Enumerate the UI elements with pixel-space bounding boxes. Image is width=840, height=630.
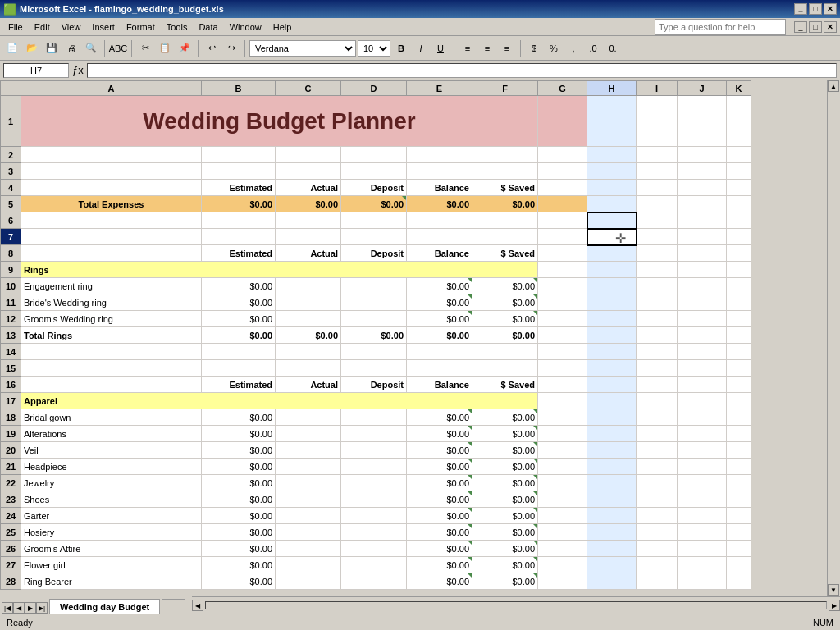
help-search-input[interactable] bbox=[655, 19, 786, 35]
cell-A9-rings[interactable]: Rings bbox=[21, 262, 538, 278]
cell-F14[interactable] bbox=[472, 344, 538, 360]
cell-F19[interactable]: $0.00 bbox=[472, 426, 538, 442]
cell-J10[interactable] bbox=[678, 278, 727, 294]
formula-input[interactable] bbox=[87, 63, 837, 78]
col-header-G[interactable]: G bbox=[538, 81, 587, 96]
cell-I6[interactable] bbox=[637, 212, 678, 229]
cell-G17[interactable] bbox=[538, 393, 587, 409]
row-header-8[interactable]: 8 bbox=[1, 245, 21, 262]
cell-K19[interactable] bbox=[727, 426, 751, 442]
cell-C12[interactable] bbox=[276, 311, 341, 327]
cell-B8[interactable]: Estimated bbox=[202, 245, 276, 262]
cell-I27[interactable] bbox=[637, 557, 678, 573]
cell-H9[interactable] bbox=[587, 262, 637, 278]
cell-I7[interactable] bbox=[637, 229, 678, 245]
cell-A12[interactable]: Groom's Wedding ring bbox=[21, 311, 202, 327]
cell-G24[interactable] bbox=[538, 508, 587, 524]
cell-E16[interactable]: Balance bbox=[407, 377, 472, 393]
cell-B27[interactable]: $0.00 bbox=[202, 557, 276, 573]
cell-H25[interactable] bbox=[587, 524, 637, 541]
scroll-left-button[interactable]: ◀ bbox=[192, 600, 203, 611]
cell-G14[interactable] bbox=[538, 344, 587, 360]
cell-I9[interactable] bbox=[637, 262, 678, 278]
cell-K18[interactable] bbox=[727, 409, 751, 426]
paste-button[interactable]: 📌 bbox=[176, 39, 194, 57]
cell-J6[interactable] bbox=[678, 212, 727, 229]
cell-D8[interactable]: Deposit bbox=[341, 245, 407, 262]
cell-H19[interactable] bbox=[587, 426, 637, 442]
print-preview-button[interactable]: 🔍 bbox=[82, 39, 100, 57]
cell-F12[interactable]: $0.00 bbox=[472, 311, 538, 327]
cell-K23[interactable] bbox=[727, 491, 751, 508]
cell-A25[interactable]: Hosiery bbox=[21, 524, 202, 541]
row-header-3[interactable]: 3 bbox=[1, 163, 21, 180]
cell-D15[interactable] bbox=[341, 360, 407, 377]
cell-I17[interactable] bbox=[637, 393, 678, 409]
cell-C18[interactable] bbox=[276, 409, 341, 426]
cell-I4[interactable] bbox=[637, 180, 678, 196]
cell-H7[interactable]: ✛ bbox=[587, 229, 637, 245]
cell-G26[interactable] bbox=[538, 541, 587, 557]
cell-C2[interactable] bbox=[276, 147, 341, 163]
cell-I26[interactable] bbox=[637, 541, 678, 557]
cell-F24[interactable]: $0.00 bbox=[472, 508, 538, 524]
title-cell[interactable]: Wedding Budget Planner bbox=[21, 96, 538, 147]
cell-A19[interactable]: Alterations bbox=[21, 426, 202, 442]
col-header-B[interactable]: B bbox=[202, 81, 276, 96]
cell-B6[interactable] bbox=[202, 212, 276, 229]
cell-E15[interactable] bbox=[407, 360, 472, 377]
cell-J26[interactable] bbox=[678, 541, 727, 557]
cell-H24[interactable] bbox=[587, 508, 637, 524]
cell-C27[interactable] bbox=[276, 557, 341, 573]
cell-B15[interactable] bbox=[202, 360, 276, 377]
undo-button[interactable]: ↩ bbox=[203, 39, 221, 57]
tab-nav-buttons[interactable]: |◀ ◀ ▶ ▶| bbox=[2, 602, 48, 614]
cell-G23[interactable] bbox=[538, 491, 587, 508]
percent-button[interactable]: % bbox=[545, 39, 563, 57]
cell-J13[interactable] bbox=[678, 327, 727, 344]
cell-J15[interactable] bbox=[678, 360, 727, 377]
font-size-select[interactable]: 10 bbox=[358, 40, 390, 57]
cell-H15[interactable] bbox=[587, 360, 637, 377]
cell-C24[interactable] bbox=[276, 508, 341, 524]
cell-G28[interactable] bbox=[538, 573, 587, 590]
cell-F4[interactable]: $ Saved bbox=[472, 180, 538, 196]
cell-B14[interactable] bbox=[202, 344, 276, 360]
menu-window[interactable]: Window bbox=[225, 19, 267, 35]
cell-H17[interactable] bbox=[587, 393, 637, 409]
cell-E12[interactable]: $0.00 bbox=[407, 311, 472, 327]
cell-K28[interactable] bbox=[727, 573, 751, 590]
scroll-track-horizontal[interactable] bbox=[205, 601, 827, 609]
cell-G11[interactable] bbox=[538, 294, 587, 311]
cell-B24[interactable]: $0.00 bbox=[202, 508, 276, 524]
cell-H8[interactable] bbox=[587, 245, 637, 262]
redo-button[interactable]: ↪ bbox=[222, 39, 240, 57]
cell-K16[interactable] bbox=[727, 377, 751, 393]
cell-G16[interactable] bbox=[538, 377, 587, 393]
comma-button[interactable]: , bbox=[564, 39, 582, 57]
cell-D22[interactable] bbox=[341, 475, 407, 491]
cell-J14[interactable] bbox=[678, 344, 727, 360]
cell-B16[interactable]: Estimated bbox=[202, 377, 276, 393]
cell-B3[interactable] bbox=[202, 163, 276, 180]
cell-D18[interactable] bbox=[341, 409, 407, 426]
cell-I3[interactable] bbox=[637, 163, 678, 180]
cell-H13[interactable] bbox=[587, 327, 637, 344]
open-button[interactable]: 📂 bbox=[23, 39, 41, 57]
menu-view[interactable]: View bbox=[57, 19, 86, 35]
cell-A5[interactable]: Total Expenses bbox=[21, 196, 202, 212]
cell-A10[interactable]: Engagement ring bbox=[21, 278, 202, 294]
col-header-H[interactable]: H bbox=[587, 81, 637, 96]
cell-K6[interactable] bbox=[727, 212, 751, 229]
tab-prev-button[interactable]: ◀ bbox=[13, 602, 25, 614]
cell-B2[interactable] bbox=[202, 147, 276, 163]
cell-B18[interactable]: $0.00 bbox=[202, 409, 276, 426]
cell-D23[interactable] bbox=[341, 491, 407, 508]
col-header-C[interactable]: C bbox=[276, 81, 341, 96]
cell-F3[interactable] bbox=[472, 163, 538, 180]
cell-C11[interactable] bbox=[276, 294, 341, 311]
cell-G8[interactable] bbox=[538, 245, 587, 262]
cell-J24[interactable] bbox=[678, 508, 727, 524]
cell-A18[interactable]: Bridal gown bbox=[21, 409, 202, 426]
cell-A17-apparel[interactable]: Apparel bbox=[21, 393, 538, 409]
